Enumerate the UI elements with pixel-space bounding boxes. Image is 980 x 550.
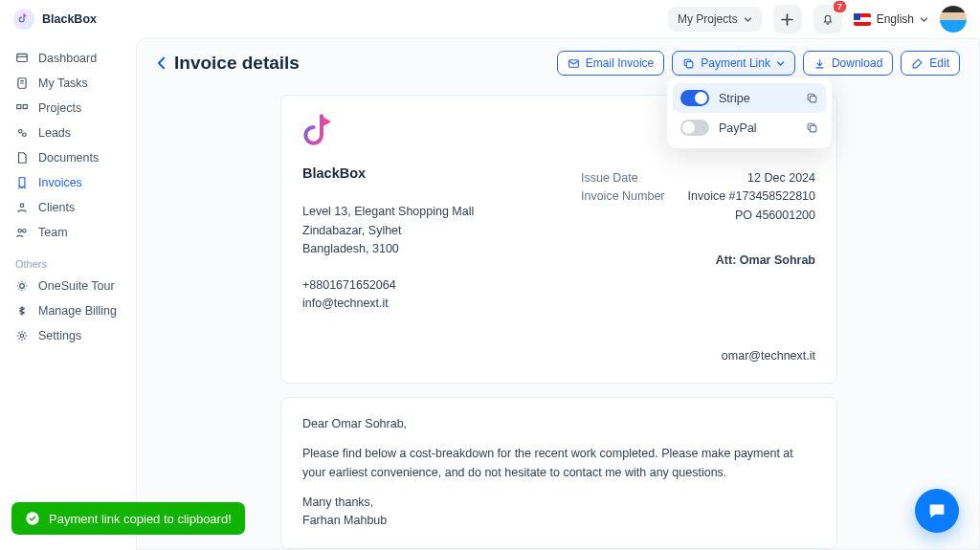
sidebar: Dashboard My Tasks Projects Leads Docume…: [0, 38, 136, 550]
payment-option-paypal[interactable]: PayPal: [673, 113, 826, 143]
sidebar-item-leads[interactable]: Leads: [4, 121, 136, 145]
notifications-button[interactable]: 7: [813, 5, 842, 33]
paypal-toggle[interactable]: [680, 120, 709, 136]
message-sender: Farhan Mahbub: [302, 512, 815, 530]
payment-option-stripe[interactable]: Stripe: [673, 83, 826, 113]
invoice-number-label: Invoice Number: [581, 187, 665, 206]
language-selector[interactable]: English: [854, 12, 928, 26]
copy-paypal-link[interactable]: [806, 121, 818, 134]
svg-point-9: [20, 284, 25, 289]
download-button[interactable]: Download: [803, 51, 893, 76]
svg-rect-2: [17, 105, 21, 109]
toast-text: Payment link copied to clipboard!: [49, 512, 232, 526]
sidebar-section-others: Others: [4, 245, 136, 274]
edit-icon: [911, 57, 924, 70]
chat-fab[interactable]: [915, 489, 959, 533]
sidebar-item-billing[interactable]: Manage Billing: [4, 298, 136, 323]
chat-icon: [926, 500, 947, 521]
documents-icon: [15, 151, 29, 165]
message-body: Please find below a cost-breakdown for t…: [302, 445, 815, 482]
mail-icon: [568, 57, 580, 70]
tour-icon: [15, 279, 29, 293]
page-title: Invoice details: [174, 53, 300, 74]
client-email: omar@technext.it: [581, 347, 815, 365]
company-logo: [302, 113, 341, 151]
notification-badge: 7: [834, 1, 846, 12]
svg-rect-13: [810, 96, 816, 102]
svg-point-6: [20, 204, 24, 208]
tasks-icon: [15, 77, 29, 90]
invoice-message-card: Dear Omar Sohrab, Please find below a co…: [280, 397, 837, 549]
dashboard-icon: [15, 52, 29, 65]
po-number: PO 456001200: [581, 207, 815, 225]
leads-icon: [15, 126, 29, 140]
sidebar-item-tour[interactable]: OneSuite Tour: [4, 274, 136, 298]
company-address-1: Level 13, Elegant Shopping Mall: [302, 203, 474, 221]
sidebar-item-documents[interactable]: Documents: [4, 145, 136, 170]
invoices-icon: [15, 176, 29, 189]
sidebar-item-dashboard[interactable]: Dashboard: [4, 46, 136, 71]
logo-icon: [13, 9, 34, 30]
company-name: BlackBox: [302, 163, 474, 184]
attn-label: Att:: [716, 253, 740, 267]
svg-point-8: [23, 230, 26, 233]
issue-date: 12 Dec 2024: [747, 169, 815, 187]
svg-rect-14: [810, 125, 816, 132]
user-avatar[interactable]: [940, 6, 967, 33]
download-icon: [813, 57, 826, 70]
stripe-toggle[interactable]: [680, 90, 709, 106]
bell-icon: [821, 12, 835, 26]
edit-button[interactable]: Edit: [901, 51, 960, 76]
sidebar-item-team[interactable]: Team: [4, 220, 136, 245]
brand-logo[interactable]: BlackBox: [13, 9, 136, 30]
chevron-down-icon: [920, 15, 928, 24]
svg-point-10: [20, 334, 24, 338]
flag-icon: [854, 13, 871, 26]
sidebar-item-settings[interactable]: Settings: [4, 323, 136, 348]
company-address-3: Bangladesh, 3100: [302, 240, 474, 258]
chevron-down-icon: [776, 59, 785, 68]
issue-date-label: Issue Date: [581, 169, 638, 187]
payment-link-button[interactable]: Payment Link: [672, 51, 795, 76]
svg-point-5: [23, 133, 26, 137]
message-greeting: Dear Omar Sohrab,: [302, 415, 815, 433]
chevron-down-icon: [744, 15, 752, 24]
svg-rect-12: [687, 61, 694, 68]
svg-point-4: [19, 130, 23, 134]
check-circle-icon: [25, 511, 40, 526]
company-address-2: Zindabazar, Sylhet: [302, 222, 474, 240]
invoice-number: Invoice #173458522810: [688, 187, 815, 206]
team-icon: [15, 226, 29, 239]
sidebar-item-clients[interactable]: Clients: [4, 195, 136, 220]
sidebar-item-projects[interactable]: Projects: [4, 96, 136, 121]
clients-icon: [15, 201, 29, 214]
my-projects-dropdown[interactable]: My Projects: [668, 7, 762, 32]
payment-link-dropdown: Stripe PayPal: [667, 77, 832, 148]
svg-point-7: [18, 230, 22, 233]
projects-icon: [15, 101, 29, 115]
brand-name: BlackBox: [42, 12, 97, 26]
svg-rect-0: [17, 54, 28, 61]
message-signoff: Many thanks,: [302, 494, 815, 512]
toast-notification: Payment link copied to clipboard!: [11, 502, 245, 535]
sidebar-item-invoices[interactable]: Invoices: [4, 170, 136, 195]
settings-icon: [15, 329, 29, 342]
copy-icon: [682, 57, 695, 70]
plus-icon: [781, 13, 793, 26]
company-email: info@technext.it: [302, 295, 474, 313]
add-button[interactable]: [773, 5, 802, 33]
svg-rect-3: [23, 105, 27, 109]
main-content: Invoice details Email Invoice Payment Li…: [136, 38, 980, 550]
sidebar-item-mytasks[interactable]: My Tasks: [4, 71, 136, 96]
billing-icon: [15, 304, 29, 318]
company-phone: +8801671652064: [302, 276, 474, 295]
back-button[interactable]: [156, 56, 167, 70]
copy-stripe-link[interactable]: [806, 92, 818, 104]
email-invoice-button[interactable]: Email Invoice: [557, 51, 664, 76]
attn-name: Omar Sohrab: [740, 253, 815, 267]
